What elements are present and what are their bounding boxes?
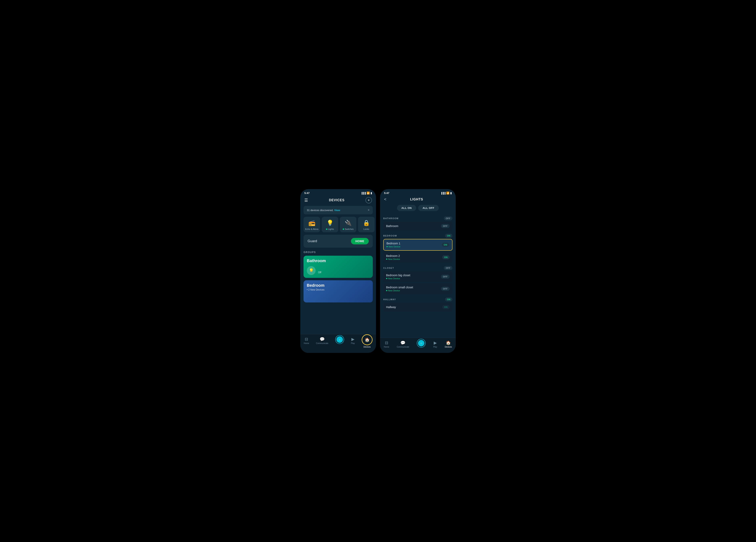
hallway-section-toggle[interactable]: ON: [445, 297, 453, 301]
light-big-closet-toggle[interactable]: OFF: [441, 274, 450, 279]
lights-list: BATHROOM OFF Bathroom OFF BEDROOM ON Bed…: [380, 214, 456, 338]
section-bedroom: BEDROOM ON: [383, 232, 452, 239]
category-locks[interactable]: 🔒 Locks: [358, 217, 375, 232]
wifi-icon-1: 📶: [366, 192, 370, 195]
nav-play-1[interactable]: ▶ Play: [349, 336, 357, 349]
section-closet: CLOSET OFF: [383, 264, 452, 271]
nav-devices-2[interactable]: 🏠 Devices: [442, 339, 454, 349]
add-device-button[interactable]: +: [365, 197, 372, 204]
lights-label: Lights: [326, 228, 334, 230]
communicate-nav-icon-2: 💬: [400, 340, 405, 345]
light-big-closet-sub: New Device: [386, 277, 441, 280]
home-nav-icon-2: ⊟: [385, 340, 388, 345]
closet-section-title: CLOSET: [383, 267, 394, 269]
lights-title: LIGHTS: [386, 198, 447, 201]
light-hallway-toggle[interactable]: ON: [442, 305, 450, 309]
category-echo[interactable]: 📻 Echo & Alexa: [304, 217, 320, 232]
screen-lights: 5:47 ▐▐▐ 📶 ▮ < LIGHTS ALL ON ALL OFF BAT…: [380, 189, 456, 353]
guard-label: Guard: [308, 239, 317, 243]
bedroom-subtitle: • 2 New Devices: [307, 288, 325, 291]
nav-home-2[interactable]: ⊟ Home: [381, 339, 392, 349]
light-big-closet-info: Bedroom big closet New Device: [386, 273, 441, 280]
alexa-inner-1: ○: [336, 336, 343, 343]
category-switches[interactable]: 🔌 Switches: [340, 217, 356, 232]
guard-bar: Guard HOME: [304, 235, 373, 248]
new-device-dot-4: [386, 290, 387, 291]
light-bedroom2-info: Bedroom 2 New Device: [386, 254, 442, 260]
light-bedroom2-sub: New Device: [386, 258, 442, 260]
light-big-closet-name: Bedroom big closet: [386, 273, 441, 277]
light-hallway[interactable]: Hallway ON: [383, 303, 452, 311]
time-1: 5:47: [304, 192, 310, 195]
light-bedroom2[interactable]: Bedroom 2 New Device ON: [383, 252, 452, 263]
bedroom-section-toggle[interactable]: ON: [445, 234, 453, 238]
bedroom-section-title: BEDROOM: [383, 235, 397, 237]
light-small-closet-name: Bedroom small closet: [386, 286, 441, 289]
new-device-dot-1: [386, 246, 388, 247]
light-bathroom-info: Bathroom: [386, 225, 441, 228]
light-hallway-info: Hallway: [386, 305, 442, 309]
status-icons-1: ▐▐▐ 📶 ▮: [361, 192, 372, 195]
communicate-nav-label-1: Communicate: [316, 342, 328, 344]
light-bathroom-toggle[interactable]: OFF: [441, 224, 450, 228]
light-bathroom-name: Bathroom: [386, 225, 441, 228]
menu-button[interactable]: ☰: [304, 198, 308, 203]
notification-bar: 31 devices discovered. View ×: [304, 206, 373, 214]
lights-icon: 💡: [327, 220, 334, 226]
home-nav-icon-1: ⊟: [305, 337, 308, 341]
closet-section-toggle[interactable]: OFF: [444, 266, 453, 270]
guard-home-button[interactable]: HOME: [351, 238, 369, 245]
bathroom-title: Bathroom: [307, 259, 326, 263]
bathroom-status: Off: [318, 271, 321, 274]
new-device-dot-3: [386, 278, 387, 279]
nav-home-1[interactable]: ⊟ Home: [301, 336, 312, 349]
devices-header: ☰ DEVICES +: [300, 196, 376, 206]
light-bedroom-big-closet[interactable]: Bedroom big closet New Device OFF: [383, 271, 452, 282]
alexa-circle-2: ○: [417, 339, 426, 348]
all-on-button[interactable]: ALL ON: [397, 205, 416, 211]
bathroom-section-toggle[interactable]: OFF: [444, 216, 453, 221]
echo-icon: 📻: [308, 220, 315, 226]
category-lights[interactable]: 💡 Lights: [322, 217, 338, 232]
light-small-closet-info: Bedroom small closet New Device: [386, 286, 441, 292]
locks-icon: 🔒: [363, 220, 370, 226]
all-off-button[interactable]: ALL OFF: [418, 205, 439, 211]
nav-play-2[interactable]: ▶ Play: [431, 339, 440, 349]
nav-communicate-2[interactable]: 💬 Communicate: [394, 339, 412, 349]
time-2: 5:47: [384, 192, 389, 195]
back-button[interactable]: <: [384, 197, 386, 202]
nav-communicate-1[interactable]: 💬 Communicate: [313, 336, 331, 349]
all-controls: ALL ON ALL OFF: [380, 204, 456, 214]
nav-alexa-2[interactable]: ○: [414, 339, 428, 349]
status-bar-2: 5:47 ▐▐▐ 📶 ▮: [380, 189, 456, 196]
battery-icon-2: ▮: [450, 192, 452, 195]
status-icons-2: ▐▐▐ 📶 ▮: [441, 192, 452, 195]
group-bathroom[interactable]: Bathroom 💡 Off: [304, 256, 373, 278]
light-bedroom1-name: Bedroom 1: [386, 242, 442, 245]
nav-devices-1[interactable]: 🏠 Devices: [359, 336, 375, 349]
alexa-circle-1: ○: [335, 335, 344, 344]
notification-close[interactable]: ×: [368, 208, 370, 212]
group-bedroom[interactable]: Bedroom • 2 New Devices: [304, 280, 373, 302]
switches-dot: [343, 229, 344, 230]
devices-circle-1: 🏠: [362, 334, 373, 345]
hallway-section-title: HALLWAY: [383, 298, 396, 300]
light-small-closet-toggle[interactable]: OFF: [441, 287, 450, 291]
battery-icon-1: ▮: [371, 192, 372, 195]
home-nav-label-1: Home: [304, 342, 309, 344]
nav-alexa-1[interactable]: ○: [333, 336, 347, 349]
light-bathroom[interactable]: Bathroom OFF: [383, 222, 452, 231]
light-bedroom1-toggle[interactable]: ON: [442, 243, 449, 247]
view-link[interactable]: View: [334, 209, 340, 212]
light-small-closet-sub: New Device: [386, 289, 441, 292]
bottom-nav-2: ⊟ Home 💬 Communicate ○ ▶ Play 🏠 Devices: [380, 338, 456, 353]
wifi-icon-2: 📶: [446, 192, 449, 195]
light-bedroom-small-closet[interactable]: Bedroom small closet New Device OFF: [383, 283, 452, 294]
home-nav-label-2: Home: [384, 346, 389, 348]
communicate-nav-label-2: Communicate: [397, 346, 409, 348]
light-bedroom2-toggle[interactable]: ON: [442, 255, 450, 259]
switches-icon: 🔌: [345, 220, 352, 226]
devices-nav-icon-2: 🏠: [446, 340, 451, 345]
communicate-nav-icon-1: 💬: [320, 337, 325, 341]
light-bedroom1[interactable]: Bedroom 1 New Device ON: [383, 239, 452, 251]
